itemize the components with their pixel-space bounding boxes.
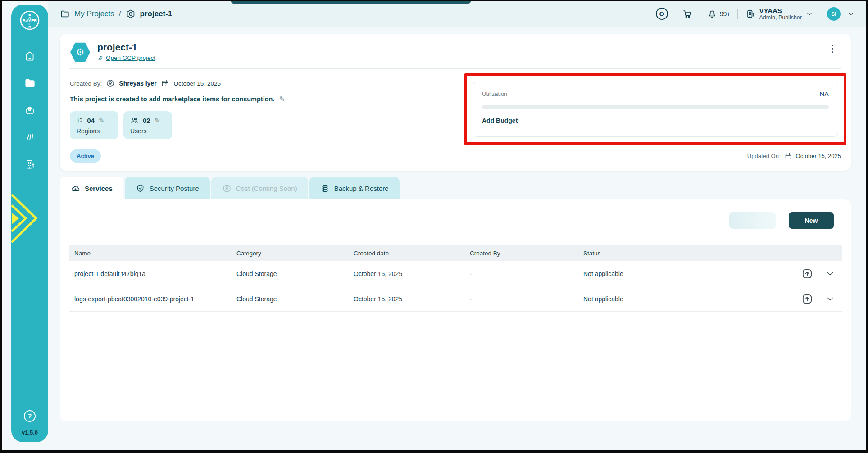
top-bar-actions: ⚙ 99+ VYAAS <box>656 7 854 21</box>
bayer-logo: BAYER B A E R <box>19 10 40 32</box>
users-label: Users <box>130 127 165 135</box>
service-created-by: - <box>464 270 578 277</box>
page-content: ⚙ project-1 Open GCP project ⋮ Crea <box>48 27 866 450</box>
org-roles: Admin, Publisher <box>759 14 802 21</box>
kebab-menu-icon[interactable]: ⋮ <box>824 42 841 55</box>
updated-on: Updated On: October 15, 2025 <box>747 152 841 160</box>
chevron-down-icon[interactable] <box>826 294 835 304</box>
metrics-icon[interactable] <box>24 131 36 143</box>
secondary-action-button[interactable] <box>729 212 776 229</box>
tab-services[interactable]: Services <box>60 177 123 199</box>
person-circle-icon <box>106 79 115 88</box>
services-panel: New Name Category Created date Created B… <box>60 199 851 421</box>
service-category: Cloud Storage <box>231 295 348 303</box>
open-gcp-project-link[interactable]: Open GCP project <box>97 54 155 61</box>
column-header-created-date: Created date <box>348 250 464 257</box>
yellow-chevrons-decoration <box>10 192 38 247</box>
utilization-label: Utilization <box>482 91 507 97</box>
sidebar: BAYER B A E R <box>11 5 48 442</box>
upload-icon[interactable] <box>801 293 813 305</box>
regions-label: Regions <box>77 127 111 135</box>
org-name: VYAAS <box>759 7 802 14</box>
account-menu[interactable]: VYAAS Admin, Publisher <box>745 7 813 21</box>
users-count: 02 <box>143 117 150 124</box>
settings-gear-icon[interactable]: ⚙ <box>656 8 668 20</box>
tab-cost-coming-soon: Cost (Coming Soon) <box>211 177 308 199</box>
edit-users-icon[interactable]: ✎ <box>155 117 160 125</box>
server-stack-icon <box>320 184 330 193</box>
notification-count-badge: 99+ <box>720 10 731 18</box>
svg-text:R: R <box>28 25 31 29</box>
column-header-status: Status <box>578 250 788 257</box>
svg-text:A: A <box>28 16 31 20</box>
divider <box>70 68 841 69</box>
service-category: Cloud Storage <box>231 270 348 277</box>
created-date: October 15, 2025 <box>174 80 221 87</box>
table-row[interactable]: logs-export-pbeat03002010-e039-project-1… <box>69 286 842 312</box>
regions-chip: ⚐ 04 ✎ Regions <box>70 111 118 139</box>
dollar-circle-icon <box>222 184 232 193</box>
service-status: Not applicable <box>578 295 788 303</box>
column-header-category: Category <box>231 250 348 257</box>
upload-icon[interactable] <box>801 268 813 280</box>
projects-folder-icon[interactable] <box>24 77 36 89</box>
app-window: BAYER B A E R <box>0 0 868 453</box>
divider <box>820 9 820 19</box>
column-header-created-by: Created By <box>464 250 578 257</box>
utilization-progress-bar <box>482 105 829 109</box>
marketplace-bag-icon[interactable] <box>24 104 36 116</box>
budget-panel: Utilization NA Add Budget <box>473 82 838 137</box>
table-header-row: Name Category Created date Created By St… <box>69 245 842 261</box>
service-created-date: October 15, 2025 <box>348 270 464 277</box>
divider <box>700 9 700 19</box>
shield-check-icon <box>136 184 145 193</box>
app-version: v1.5.0 <box>22 429 38 436</box>
edit-regions-icon[interactable]: ✎ <box>99 117 105 125</box>
updated-on-date: October 15, 2025 <box>796 153 841 159</box>
divider <box>737 9 738 19</box>
flag-icon: ⚐ <box>77 116 83 125</box>
created-by-label: Created By: <box>70 80 102 87</box>
organization-icon[interactable] <box>24 159 36 170</box>
breadcrumb-my-projects[interactable]: My Projects <box>74 9 114 18</box>
top-loading-strip <box>231 1 471 4</box>
help-circle-icon[interactable]: ? <box>24 410 36 422</box>
table-body: project-1 default t47biq1a Cloud Storage… <box>69 261 842 312</box>
annotation-highlight: Utilization NA Add Budget <box>464 73 846 145</box>
link-icon <box>97 55 104 61</box>
folder-icon <box>60 9 70 19</box>
tab-security-posture[interactable]: Security Posture <box>125 177 210 199</box>
services-toolbar: New <box>69 212 834 229</box>
new-service-button[interactable]: New <box>789 212 834 229</box>
chevron-down-icon[interactable] <box>847 10 854 18</box>
sidebar-nav <box>24 50 36 170</box>
service-name: project-1 default t47biq1a <box>69 270 231 277</box>
service-created-by: - <box>464 295 578 303</box>
add-budget-button[interactable]: Add Budget <box>482 117 518 124</box>
regions-count: 04 <box>87 117 95 124</box>
calendar-icon <box>784 152 792 160</box>
breadcrumb-separator: / <box>119 9 121 18</box>
project-hexagon-icon: ⚙ <box>70 42 91 63</box>
page-title: project-1 <box>97 42 155 53</box>
created-by-name: Shreyas Iyer <box>119 80 156 87</box>
status-badge: Active <box>70 149 101 163</box>
service-created-date: October 15, 2025 <box>348 295 464 303</box>
breadcrumb: My Projects / project-1 <box>60 9 172 19</box>
cloud-icon <box>71 184 80 193</box>
project-description: This project is created to add marketpla… <box>70 95 274 103</box>
services-table: Name Category Created date Created By St… <box>69 245 842 312</box>
utilization-value: NA <box>819 90 829 98</box>
chevron-down-icon[interactable] <box>826 269 835 278</box>
org-building-icon <box>745 9 755 19</box>
calendar-icon <box>161 79 170 88</box>
tab-backup-restore[interactable]: Backup & Restore <box>309 177 400 199</box>
avatar[interactable]: SI <box>827 7 841 21</box>
divider <box>675 9 675 19</box>
notifications-bell-icon[interactable]: 99+ <box>707 9 731 19</box>
table-row[interactable]: project-1 default t47biq1a Cloud Storage… <box>69 261 842 286</box>
home-icon[interactable] <box>24 50 36 62</box>
breadcrumb-current-project: project-1 <box>140 9 173 18</box>
cart-icon[interactable] <box>682 9 693 19</box>
edit-description-icon[interactable]: ✎ <box>279 95 285 103</box>
